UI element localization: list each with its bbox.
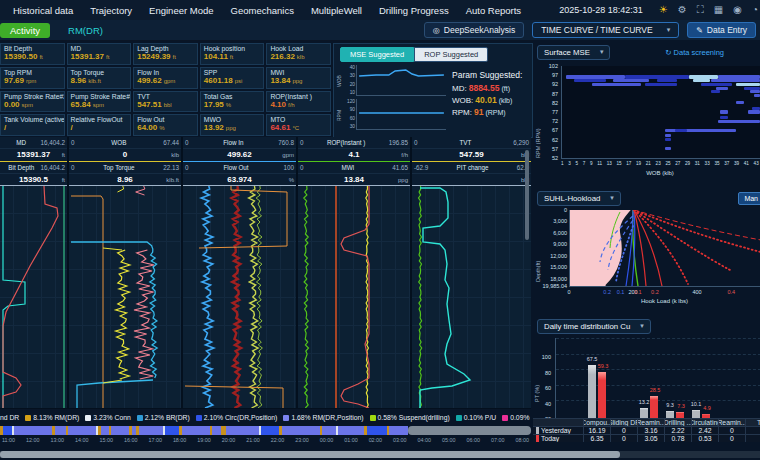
row-marker xyxy=(536,427,539,434)
hm-ytick: 87 xyxy=(541,91,558,97)
time-tick: 00:00 xyxy=(320,437,334,443)
daily-distribution-select[interactable]: Daily time distribution Cu ▾ xyxy=(537,319,651,334)
daily-table-cell: 0 xyxy=(611,435,637,442)
suhl-title: SUHL-Hookload xyxy=(544,194,600,203)
deepseek-analysis-button[interactable]: ◎ DeepSeekAnalysis xyxy=(424,22,524,38)
chevron-down-icon: ▾ xyxy=(667,26,671,34)
readout-tile: MWI13.84ppg xyxy=(266,67,331,89)
nav-item[interactable]: MultipleWell xyxy=(311,5,362,16)
curve-range-row: 0ROP(Instant )196.85 xyxy=(298,137,410,149)
readout-tile: Total Gas17.95% xyxy=(200,91,265,113)
daily-table-cell: 3.16 xyxy=(638,427,664,434)
surface-mse-xlabel: WOB (klb) xyxy=(561,170,759,176)
time-tick: 07:00 xyxy=(491,437,505,443)
daily-table-cell: 3.05 xyxy=(638,435,664,442)
suhl-xticks: 02004000.20.10.10.20.4 xyxy=(569,289,760,297)
time-tick: 06:00 xyxy=(467,437,481,443)
user-circle-icon[interactable]: ◉ xyxy=(733,5,742,15)
tile-value: 64.61°C xyxy=(270,123,327,132)
suggest-tab-rop[interactable]: ROP Suggested xyxy=(414,47,488,62)
track-vertical-scrollbar[interactable] xyxy=(525,150,529,240)
time-tick: 23:00 xyxy=(295,437,309,443)
heatmap-blob xyxy=(645,83,677,86)
tile-value: 97.69rpm xyxy=(4,76,61,85)
tile-value: 4601.18psi xyxy=(204,76,261,85)
daily-table-cell: 2.22 xyxy=(665,427,691,434)
daily-table-cell: 0 xyxy=(719,427,745,434)
settings-gear-icon[interactable]: ⚙ xyxy=(678,5,687,15)
param-row: RPM:91(RPM) xyxy=(452,107,528,117)
horizontal-scrollbar-thumb[interactable] xyxy=(0,451,620,458)
param-row: WOB:40.01(klb) xyxy=(452,95,528,105)
tab-activity[interactable]: Activity xyxy=(0,23,50,38)
nav-item[interactable]: Drilling Progress xyxy=(379,5,449,16)
nav-item[interactable]: Historical data xyxy=(13,5,73,16)
tile-label: Flow Out xyxy=(137,116,194,123)
track-plot xyxy=(183,186,296,408)
tile-label: Relative FlowOut xyxy=(71,116,128,123)
suhl-select[interactable]: SUHL-Hookload ▾ xyxy=(537,191,621,206)
legend-item: 8.13% RM(DR) xyxy=(25,414,79,421)
tile-value: / xyxy=(4,123,61,132)
daily-table-header-cell: Reamin... xyxy=(719,419,745,426)
theme-sun-icon[interactable]: ☀ xyxy=(659,5,668,15)
manual-button[interactable]: Man xyxy=(738,192,760,205)
daily-ytick: 60 xyxy=(537,385,551,391)
tile-value: 547.51bbl xyxy=(137,100,194,109)
suggest-tab-mse[interactable]: MSE Suggested xyxy=(340,47,414,62)
time-tick: 03:00 xyxy=(393,437,407,443)
tab-rm-dr-[interactable]: RM(DR) xyxy=(58,23,113,38)
fullscreen-icon[interactable]: ⛶ xyxy=(697,5,704,15)
readout-tile: Relative FlowOut/ xyxy=(67,114,132,136)
horizontal-scrollbar[interactable] xyxy=(0,451,760,458)
activity-timeline-strip[interactable] xyxy=(0,426,531,435)
time-tick: 22:00 xyxy=(271,437,285,443)
heatmap-blob xyxy=(701,83,733,86)
heatmap-blob xyxy=(574,79,606,82)
more-icon[interactable]: ◔ xyxy=(752,5,758,15)
surface-mse-select[interactable]: Surface MSE ▾ xyxy=(537,45,610,60)
readout-tile: Tank Volume (active)/ xyxy=(0,114,65,136)
data-screening-link[interactable]: ↻ Data screening xyxy=(665,48,724,57)
heatmap-blob xyxy=(613,79,649,82)
time-tick: 05:00 xyxy=(442,437,456,443)
tile-label: MWO xyxy=(204,116,261,123)
daily-table-header-cell: Reamin... xyxy=(638,419,664,426)
readout-tile: MTO64.61°C xyxy=(266,114,331,136)
tile-label: Top Torque xyxy=(71,69,128,76)
data-entry-button[interactable]: ✎ Data Entry xyxy=(687,22,756,38)
time-tick: 18:00 xyxy=(173,437,187,443)
param-suggested-title: Param Suggested: xyxy=(452,70,528,80)
bar-today xyxy=(650,396,658,418)
tile-label: MWI xyxy=(270,69,327,76)
readout-tile: TVT547.51bbl xyxy=(133,91,198,113)
curve-mode-select[interactable]: TIME CURVE / TIME CURVE ▾ xyxy=(532,22,679,38)
daily-table: Compou...Sliding DRReamin...Drilling ...… xyxy=(533,418,760,442)
refresh-icon: ↻ xyxy=(665,48,671,57)
tile-label: MTO xyxy=(270,116,327,123)
daily-table-cell xyxy=(746,427,760,434)
right-panel: Surface MSE ▾ ↻ Data screening RPM (RPM)… xyxy=(533,40,760,451)
time-tick: 21:00 xyxy=(246,437,260,443)
readout-tile: Pump Stroke Rate#365.84spm xyxy=(67,91,132,113)
daily-table-cell: 2.42 xyxy=(692,427,718,434)
heatmap-blob xyxy=(718,75,760,78)
hm-ytick: 52 xyxy=(541,155,558,161)
track-plot xyxy=(0,186,67,408)
nav-item[interactable]: Trajectory xyxy=(90,5,132,16)
grid-apps-icon[interactable]: ▦ xyxy=(714,5,723,15)
curve-range-row: 0Flow Out100 xyxy=(183,162,296,174)
nav-item[interactable]: Engineer Mode xyxy=(149,5,213,16)
nav-item[interactable]: Auto Reports xyxy=(466,5,521,16)
daily-table-cell: 0 xyxy=(611,427,637,434)
suhl-ytick: 19,985.04 xyxy=(537,283,567,289)
curve-range-row: 0TVT6,290 xyxy=(412,137,531,149)
suhl-curves xyxy=(570,210,760,286)
heatmap-blob xyxy=(665,147,671,150)
heatmap-blob xyxy=(736,83,760,86)
curve-range-row: 0Top Torque22.13 xyxy=(69,162,181,174)
heatmap-blob xyxy=(665,134,671,137)
nav-item[interactable]: Geomechanics xyxy=(231,5,294,16)
daily-table-header-cell: Sliding DR xyxy=(611,419,637,426)
curve-range-row: Bit Depth16,404.2 xyxy=(0,162,67,174)
